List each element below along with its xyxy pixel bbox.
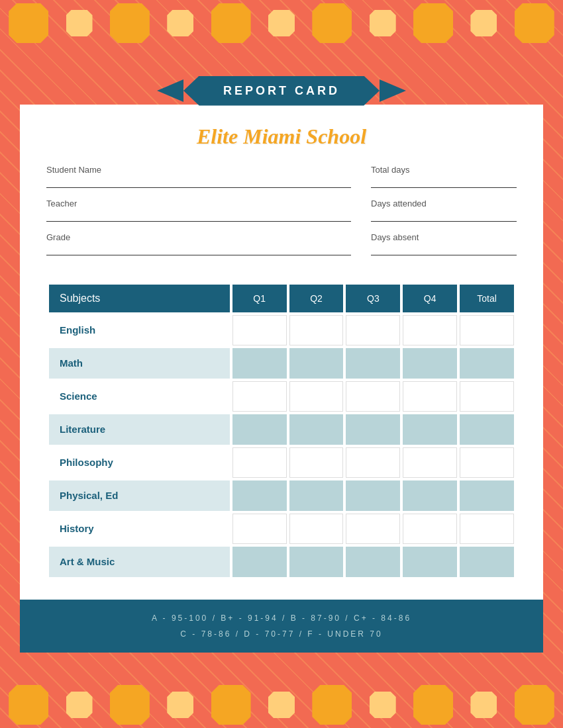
grade-cell-row5-q4[interactable] xyxy=(460,480,514,511)
grade-cell-row7-q1[interactable] xyxy=(289,547,344,577)
grade-cell-row3-q0[interactable] xyxy=(232,414,287,445)
report-card-banner: REPORT CARD xyxy=(183,76,380,106)
days-attended-label: Days attended xyxy=(371,199,517,208)
grade-cell-row6-q0[interactable] xyxy=(232,514,287,544)
grade-cell-row0-q0[interactable] xyxy=(232,315,287,345)
table-row: Philosophy xyxy=(49,447,514,478)
grade-cell-row0-q2[interactable] xyxy=(346,315,400,345)
deco-shape-sm xyxy=(470,10,497,36)
days-absent-label: Days absent xyxy=(371,232,517,242)
grade-cell-row7-q4[interactable] xyxy=(460,547,514,577)
outer-wrapper: REPORT CARD Elite Miami School Student N… xyxy=(20,76,543,653)
subject-cell-6: History xyxy=(49,514,230,544)
days-absent-field: Days absent xyxy=(371,232,517,255)
top-decoration xyxy=(0,0,563,46)
footer-line2: C - 78-86 / D - 70-77 / F - UNDER 70 xyxy=(33,626,530,642)
student-name-line[interactable] xyxy=(46,177,351,188)
deco-shape xyxy=(312,3,352,43)
deco-shape xyxy=(110,3,150,43)
deco-shape-sm xyxy=(470,692,497,718)
grade-cell-row7-q0[interactable] xyxy=(232,547,287,577)
table-row: Math xyxy=(49,348,514,379)
deco-shape xyxy=(413,685,453,725)
subject-cell-3: Literature xyxy=(49,414,230,445)
grade-cell-row6-q3[interactable] xyxy=(403,514,457,544)
subject-cell-0: English xyxy=(49,315,230,345)
deco-shape-sm xyxy=(167,692,193,718)
grade-field: Grade xyxy=(46,232,351,255)
teacher-line[interactable] xyxy=(46,211,351,222)
grade-cell-row1-q3[interactable] xyxy=(403,348,457,379)
grade-cell-row0-q1[interactable] xyxy=(289,315,344,345)
table-row: Literature xyxy=(49,414,514,445)
grade-cell-row7-q3[interactable] xyxy=(403,547,457,577)
grade-cell-row4-q4[interactable] xyxy=(460,447,514,478)
teacher-label: Teacher xyxy=(46,199,351,208)
deco-shape xyxy=(211,685,251,725)
deco-shape-sm xyxy=(66,692,93,718)
banner-title: REPORT CARD xyxy=(223,84,340,97)
deco-shape xyxy=(312,685,352,725)
grade-cell-row3-q3[interactable] xyxy=(403,414,457,445)
subjects-header: Subjects xyxy=(49,285,230,312)
days-attended-field: Days attended xyxy=(371,199,517,222)
grade-cell-row1-q2[interactable] xyxy=(346,348,400,379)
grade-cell-row3-q1[interactable] xyxy=(289,414,344,445)
table-row: History xyxy=(49,514,514,544)
grade-cell-row5-q0[interactable] xyxy=(232,480,287,511)
grade-cell-row5-q1[interactable] xyxy=(289,480,344,511)
deco-shape xyxy=(515,685,554,725)
grade-cell-row1-q0[interactable] xyxy=(232,348,287,379)
info-right: Total days Days attended Days absent xyxy=(371,165,517,266)
q2-header: Q2 xyxy=(289,285,344,312)
grade-cell-row4-q0[interactable] xyxy=(232,447,287,478)
student-name-label: Student Name xyxy=(46,165,351,175)
grade-cell-row2-q2[interactable] xyxy=(346,381,400,412)
grade-cell-row6-q2[interactable] xyxy=(346,514,400,544)
grade-cell-row1-q4[interactable] xyxy=(460,348,514,379)
deco-shape xyxy=(110,685,150,725)
table-row: English xyxy=(49,315,514,345)
subject-cell-5: Physical, Ed xyxy=(49,480,230,511)
deco-shape-sm xyxy=(370,10,396,36)
report-card: Elite Miami School Student Name Teacher … xyxy=(20,105,543,600)
grade-cell-row1-q1[interactable] xyxy=(289,348,344,379)
grade-cell-row0-q4[interactable] xyxy=(460,315,514,345)
deco-shape xyxy=(9,3,48,43)
footer-line1: A - 95-100 / B+ - 91-94 / B - 87-90 / C+… xyxy=(33,610,530,626)
grade-cell-row5-q2[interactable] xyxy=(346,480,400,511)
grade-cell-row0-q3[interactable] xyxy=(403,315,457,345)
grade-cell-row6-q1[interactable] xyxy=(289,514,344,544)
deco-shape xyxy=(515,3,554,43)
banner-arrow-left xyxy=(157,79,183,102)
total-days-line[interactable] xyxy=(371,177,517,188)
grade-cell-row3-q2[interactable] xyxy=(346,414,400,445)
grade-line[interactable] xyxy=(46,245,351,255)
subject-cell-1: Math xyxy=(49,348,230,379)
banner-arrow-right xyxy=(380,79,406,102)
grade-cell-row2-q4[interactable] xyxy=(460,381,514,412)
grade-cell-row6-q4[interactable] xyxy=(460,514,514,544)
banner-wrap: REPORT CARD xyxy=(157,76,406,106)
deco-shape-sm xyxy=(66,10,93,36)
grade-cell-row2-q1[interactable] xyxy=(289,381,344,412)
grade-label: Grade xyxy=(46,232,351,242)
days-attended-line[interactable] xyxy=(371,211,517,222)
deco-shape-sm xyxy=(167,10,193,36)
grade-cell-row4-q2[interactable] xyxy=(346,447,400,478)
grade-cell-row4-q1[interactable] xyxy=(289,447,344,478)
grade-cell-row2-q0[interactable] xyxy=(232,381,287,412)
deco-shape-sm xyxy=(268,10,295,36)
grade-cell-row7-q2[interactable] xyxy=(346,547,400,577)
q4-header: Q4 xyxy=(403,285,457,312)
teacher-field: Teacher xyxy=(46,199,351,222)
q3-header: Q3 xyxy=(346,285,400,312)
grade-cell-row3-q4[interactable] xyxy=(460,414,514,445)
days-absent-line[interactable] xyxy=(371,245,517,255)
table-row: Science xyxy=(49,381,514,412)
grade-cell-row4-q3[interactable] xyxy=(403,447,457,478)
subject-cell-7: Art & Music xyxy=(49,547,230,577)
grade-cell-row2-q3[interactable] xyxy=(403,381,457,412)
deco-shape xyxy=(211,3,251,43)
grade-cell-row5-q3[interactable] xyxy=(403,480,457,511)
